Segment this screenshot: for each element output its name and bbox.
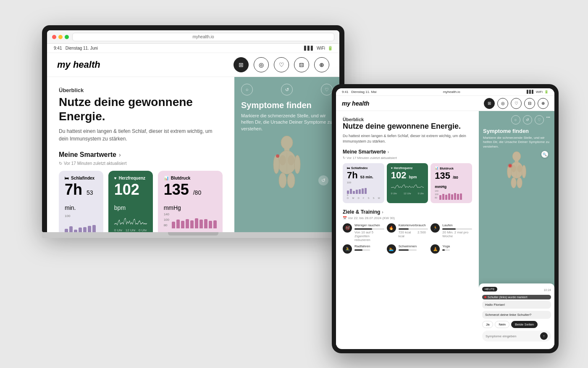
ipad-sleep-bar-6 xyxy=(362,188,364,194)
heart-label-end: 0 Uhr xyxy=(139,228,147,232)
ipad-sleep-card[interactable]: 🛏 Schlafindex 7h 53 min. 100 xyxy=(343,163,384,203)
ipad-refresh-icon: ↻ xyxy=(343,156,346,160)
sidebar-title: Symptome finden xyxy=(241,101,333,110)
ipad-sleep-value: 7h 53 min. xyxy=(347,171,380,180)
blood-value-row: 135 /80 mmHg xyxy=(164,182,217,212)
ipad-health-cards: 🛏 Schlafindex 7h 53 min. 100 xyxy=(343,163,472,203)
sleep-value: 7h 53 min. xyxy=(65,181,93,213)
heart-card[interactable]: ♥ Herzfrequenz 102 bpm xyxy=(108,171,153,232)
goal-kalorien-icon: 🔥 xyxy=(387,223,396,233)
maximize-dot[interactable] xyxy=(65,35,69,39)
nav-heart-btn[interactable]: ♡ xyxy=(274,57,289,72)
chat-send-btn[interactable]: ↑ xyxy=(540,332,548,340)
ipad-heart-card[interactable]: ♥ Herzfrequenz 102 bpm 0 Uhr xyxy=(387,163,428,203)
rotate-icon[interactable]: ↺ xyxy=(318,175,328,185)
browser-url[interactable]: myhealth.io xyxy=(72,33,334,41)
svg-point-10 xyxy=(276,154,279,158)
blood-y-scale: 140 100 80 xyxy=(164,212,169,227)
sleep-value-row: 7h 53 min. xyxy=(65,182,97,212)
chat-input-row[interactable]: ↑ xyxy=(482,331,551,342)
b7 xyxy=(457,194,459,200)
ipad-heart-title: Herzfrequenz xyxy=(394,167,412,169)
ipad-zoom-icon[interactable]: 🔍 xyxy=(541,151,548,158)
goal-laufen-info: Laufen 20 Min. 2 mal pro Woche xyxy=(442,223,472,238)
chat-btn-nein[interactable]: Nein xyxy=(495,321,509,328)
symptom-label-text: Schulter (links) wurde markiert xyxy=(488,296,528,299)
heart-value-row: 102 bpm xyxy=(114,182,147,212)
ipad-sidebar-icon-3[interactable]: ♡ xyxy=(535,115,544,124)
ipad-device: 9:41 Dienstag 11. Mai myhealth.io ▋▋▋ Wi… xyxy=(332,84,559,353)
ipad-heart-svg xyxy=(391,183,424,190)
ipad-nav-location[interactable]: ◎ xyxy=(497,98,508,109)
chat-header: HEUTE 10:24 xyxy=(482,287,551,293)
sleep-bar-4 xyxy=(79,228,82,232)
chat-question: Schmerzt deine linke Schulter? xyxy=(482,311,551,319)
app-header: my health ⊞ ◎ ♡ ⊟ ⊕ xyxy=(47,53,339,77)
ipad-blood-card[interactable]: 📊 Blutdruck 135 /80 mmHg 140 100 80 xyxy=(430,163,472,203)
chat-input[interactable] xyxy=(486,334,540,338)
sleep-bar-5 xyxy=(83,227,87,232)
svg-point-16 xyxy=(517,165,522,172)
status-time-day: 9:41 Dienstag 11. Juni xyxy=(54,46,98,50)
nav-plus-btn[interactable]: ⊕ xyxy=(314,57,329,72)
sleep-bar-6 xyxy=(88,226,91,232)
minimize-dot[interactable] xyxy=(58,35,63,39)
nav-location-btn[interactable]: ◎ xyxy=(254,57,269,72)
chat-btn-ja[interactable]: Ja xyxy=(482,321,493,328)
sidebar-icon-2[interactable]: ↺ xyxy=(281,84,293,95)
ipad-nav-dashboard[interactable]: ⊞ xyxy=(484,98,495,109)
smartwerte-header: Meine Smartwerte › xyxy=(59,151,223,159)
laptop-screen-inner: myhealth.io 9:41 Dienstag 11. Juni ▋▋▋ W… xyxy=(47,30,339,232)
ipad-smartwerte-header: Meine Smartwerte › xyxy=(343,149,472,155)
ipad-h-0: 0 Uhr xyxy=(391,192,397,195)
chat-heute-badge: HEUTE xyxy=(482,287,497,291)
heart-icon: ♥ xyxy=(114,176,117,180)
goal-radfahren-icon: 🚴 xyxy=(343,244,352,254)
ipad-day: Dienstag 11. Mai xyxy=(351,90,376,94)
smartwerte-meta-text: Vor 17 Minuten zuletzt aktualisiert xyxy=(64,161,127,166)
ipad-nav-heart[interactable]: ♡ xyxy=(511,98,522,109)
smartwerte-arrow[interactable]: › xyxy=(119,151,121,158)
blood-bar-1 xyxy=(172,222,175,229)
sleep-card[interactable]: 🛏 Schlafindex 7h 53 min. 100 xyxy=(59,171,103,232)
goal-yoga-info: Yoga xyxy=(442,244,450,251)
nav-grid-btn[interactable]: ⊟ xyxy=(294,57,309,72)
l-m: M xyxy=(352,197,354,199)
close-dot[interactable] xyxy=(52,35,56,39)
ipad-goals-arrow[interactable]: › xyxy=(382,210,383,214)
sleep-chart xyxy=(65,221,97,232)
ipad-blood-chart-wrap: 140 100 80 xyxy=(435,190,468,200)
ipad-sidebar-title: Symptome finden xyxy=(483,128,550,134)
ipad-sidebar-icon-2[interactable]: ↺ xyxy=(523,115,532,124)
sidebar-icon-1[interactable]: ○ xyxy=(241,84,253,95)
heart-chart-labels: 0 Uhr 12 Uhr 0 Uhr xyxy=(114,228,147,232)
sidebar-nav-row: ○ ↺ ♡ xyxy=(241,84,333,95)
ipad-sidebar-more[interactable]: ••• xyxy=(546,115,550,124)
ipad-nav-grid[interactable]: ⊟ xyxy=(524,98,535,109)
blood-card[interactable]: 📊 Blutdruck 135 /80 mmHg 140 100 80 xyxy=(158,171,223,232)
b4 xyxy=(448,193,450,200)
sidebar-icon-3[interactable]: ♡ xyxy=(321,84,333,95)
goal-radfahren-info: Radfahren xyxy=(354,244,370,251)
y-80: 80 xyxy=(164,223,169,227)
blood-y-labels: 140 100 80 xyxy=(164,212,217,228)
laptop-screen-outer: myhealth.io 9:41 Dienstag 11. Juni ▋▋▋ W… xyxy=(42,25,344,232)
chat-btn-beide[interactable]: Beide Seiten xyxy=(511,321,538,328)
heart-label-12: 12 Uhr xyxy=(126,228,136,232)
nav-dashboard-btn[interactable]: ⊞ xyxy=(234,57,249,72)
goal-laufen-label: Laufen xyxy=(442,223,472,227)
y-100: 100 xyxy=(164,218,169,222)
goal-schwimmen: 🏊 Schwimmen xyxy=(387,244,428,254)
ipad-sidebar-icon-1[interactable]: ○ xyxy=(511,115,520,124)
nav-icons: ⊞ ◎ ♡ ⊟ ⊕ xyxy=(234,57,329,72)
l-m2: M xyxy=(378,197,380,199)
goal-laufen: 🏃 Laufen 20 Min. 2 mal pro Woche xyxy=(430,223,472,242)
ipad-smartwerte-meta: ↻ Vor 17 Minuten zuletzt aktualisiert xyxy=(343,156,472,160)
ipad-sidebar-desc: Markiere die schmerzende Stelle, und wir… xyxy=(483,136,550,149)
ipad-hero-desc: Du hattest einen langen & tiefen Schlaf,… xyxy=(343,133,472,144)
ipad-nav-plus[interactable]: ⊕ xyxy=(538,98,549,109)
blood-bar-4 xyxy=(186,219,189,229)
ipad-sleep-bar-5 xyxy=(359,189,361,194)
ipad-smartwerte-arrow[interactable]: › xyxy=(388,150,389,154)
ipad-heart-labels: 0 Uhr 12 Uhr 0 Uhr xyxy=(391,192,424,195)
